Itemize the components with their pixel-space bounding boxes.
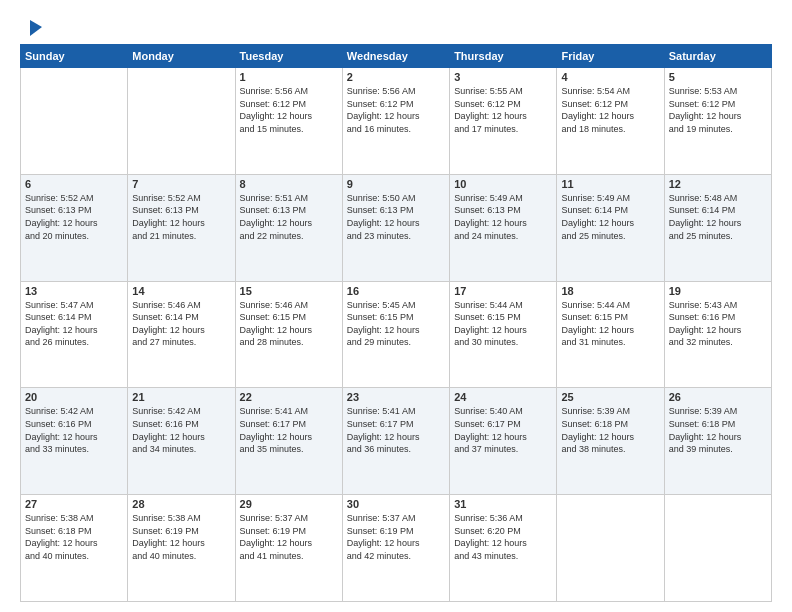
day-number: 22 <box>240 391 338 403</box>
calendar-cell: 10Sunrise: 5:49 AM Sunset: 6:13 PM Dayli… <box>450 174 557 281</box>
day-number: 17 <box>454 285 552 297</box>
day-number: 13 <box>25 285 123 297</box>
day-info: Sunrise: 5:49 AM Sunset: 6:13 PM Dayligh… <box>454 192 552 242</box>
calendar-cell: 1Sunrise: 5:56 AM Sunset: 6:12 PM Daylig… <box>235 68 342 175</box>
day-info: Sunrise: 5:42 AM Sunset: 6:16 PM Dayligh… <box>132 405 230 455</box>
day-number: 6 <box>25 178 123 190</box>
calendar-cell: 7Sunrise: 5:52 AM Sunset: 6:13 PM Daylig… <box>128 174 235 281</box>
day-info: Sunrise: 5:52 AM Sunset: 6:13 PM Dayligh… <box>132 192 230 242</box>
col-header-saturday: Saturday <box>664 45 771 68</box>
day-info: Sunrise: 5:40 AM Sunset: 6:17 PM Dayligh… <box>454 405 552 455</box>
logo <box>20 16 44 38</box>
day-info: Sunrise: 5:44 AM Sunset: 6:15 PM Dayligh… <box>454 299 552 349</box>
calendar-cell: 6Sunrise: 5:52 AM Sunset: 6:13 PM Daylig… <box>21 174 128 281</box>
calendar-cell: 26Sunrise: 5:39 AM Sunset: 6:18 PM Dayli… <box>664 388 771 495</box>
day-number: 2 <box>347 71 445 83</box>
day-number: 7 <box>132 178 230 190</box>
calendar-cell: 31Sunrise: 5:36 AM Sunset: 6:20 PM Dayli… <box>450 495 557 602</box>
calendar-cell: 12Sunrise: 5:48 AM Sunset: 6:14 PM Dayli… <box>664 174 771 281</box>
day-number: 19 <box>669 285 767 297</box>
day-info: Sunrise: 5:49 AM Sunset: 6:14 PM Dayligh… <box>561 192 659 242</box>
calendar-cell: 23Sunrise: 5:41 AM Sunset: 6:17 PM Dayli… <box>342 388 449 495</box>
day-info: Sunrise: 5:42 AM Sunset: 6:16 PM Dayligh… <box>25 405 123 455</box>
day-info: Sunrise: 5:38 AM Sunset: 6:18 PM Dayligh… <box>25 512 123 562</box>
calendar-cell: 11Sunrise: 5:49 AM Sunset: 6:14 PM Dayli… <box>557 174 664 281</box>
day-number: 18 <box>561 285 659 297</box>
day-number: 27 <box>25 498 123 510</box>
day-info: Sunrise: 5:55 AM Sunset: 6:12 PM Dayligh… <box>454 85 552 135</box>
calendar-header-row: SundayMondayTuesdayWednesdayThursdayFrid… <box>21 45 772 68</box>
calendar-cell: 9Sunrise: 5:50 AM Sunset: 6:13 PM Daylig… <box>342 174 449 281</box>
day-number: 12 <box>669 178 767 190</box>
calendar-cell: 21Sunrise: 5:42 AM Sunset: 6:16 PM Dayli… <box>128 388 235 495</box>
logo-icon <box>22 16 44 38</box>
calendar-week-2: 6Sunrise: 5:52 AM Sunset: 6:13 PM Daylig… <box>21 174 772 281</box>
calendar-cell: 29Sunrise: 5:37 AM Sunset: 6:19 PM Dayli… <box>235 495 342 602</box>
day-info: Sunrise: 5:51 AM Sunset: 6:13 PM Dayligh… <box>240 192 338 242</box>
calendar-cell: 5Sunrise: 5:53 AM Sunset: 6:12 PM Daylig… <box>664 68 771 175</box>
calendar-cell: 18Sunrise: 5:44 AM Sunset: 6:15 PM Dayli… <box>557 281 664 388</box>
day-number: 3 <box>454 71 552 83</box>
day-info: Sunrise: 5:46 AM Sunset: 6:15 PM Dayligh… <box>240 299 338 349</box>
header <box>20 16 772 38</box>
calendar-table: SundayMondayTuesdayWednesdayThursdayFrid… <box>20 44 772 602</box>
day-info: Sunrise: 5:48 AM Sunset: 6:14 PM Dayligh… <box>669 192 767 242</box>
calendar-cell: 30Sunrise: 5:37 AM Sunset: 6:19 PM Dayli… <box>342 495 449 602</box>
calendar-cell: 2Sunrise: 5:56 AM Sunset: 6:12 PM Daylig… <box>342 68 449 175</box>
calendar-cell: 17Sunrise: 5:44 AM Sunset: 6:15 PM Dayli… <box>450 281 557 388</box>
day-number: 31 <box>454 498 552 510</box>
day-info: Sunrise: 5:39 AM Sunset: 6:18 PM Dayligh… <box>669 405 767 455</box>
col-header-thursday: Thursday <box>450 45 557 68</box>
calendar-cell: 14Sunrise: 5:46 AM Sunset: 6:14 PM Dayli… <box>128 281 235 388</box>
day-info: Sunrise: 5:47 AM Sunset: 6:14 PM Dayligh… <box>25 299 123 349</box>
calendar-cell <box>21 68 128 175</box>
day-info: Sunrise: 5:41 AM Sunset: 6:17 PM Dayligh… <box>240 405 338 455</box>
calendar-cell: 3Sunrise: 5:55 AM Sunset: 6:12 PM Daylig… <box>450 68 557 175</box>
col-header-friday: Friday <box>557 45 664 68</box>
day-info: Sunrise: 5:45 AM Sunset: 6:15 PM Dayligh… <box>347 299 445 349</box>
day-info: Sunrise: 5:53 AM Sunset: 6:12 PM Dayligh… <box>669 85 767 135</box>
day-info: Sunrise: 5:38 AM Sunset: 6:19 PM Dayligh… <box>132 512 230 562</box>
calendar-cell: 20Sunrise: 5:42 AM Sunset: 6:16 PM Dayli… <box>21 388 128 495</box>
calendar-cell <box>128 68 235 175</box>
day-number: 25 <box>561 391 659 403</box>
calendar-week-3: 13Sunrise: 5:47 AM Sunset: 6:14 PM Dayli… <box>21 281 772 388</box>
day-number: 9 <box>347 178 445 190</box>
calendar-cell: 24Sunrise: 5:40 AM Sunset: 6:17 PM Dayli… <box>450 388 557 495</box>
day-info: Sunrise: 5:56 AM Sunset: 6:12 PM Dayligh… <box>347 85 445 135</box>
calendar-cell: 16Sunrise: 5:45 AM Sunset: 6:15 PM Dayli… <box>342 281 449 388</box>
calendar-cell: 4Sunrise: 5:54 AM Sunset: 6:12 PM Daylig… <box>557 68 664 175</box>
calendar-week-5: 27Sunrise: 5:38 AM Sunset: 6:18 PM Dayli… <box>21 495 772 602</box>
calendar-cell: 25Sunrise: 5:39 AM Sunset: 6:18 PM Dayli… <box>557 388 664 495</box>
day-number: 21 <box>132 391 230 403</box>
day-number: 11 <box>561 178 659 190</box>
day-number: 23 <box>347 391 445 403</box>
col-header-tuesday: Tuesday <box>235 45 342 68</box>
day-info: Sunrise: 5:39 AM Sunset: 6:18 PM Dayligh… <box>561 405 659 455</box>
calendar-week-4: 20Sunrise: 5:42 AM Sunset: 6:16 PM Dayli… <box>21 388 772 495</box>
day-number: 24 <box>454 391 552 403</box>
day-number: 8 <box>240 178 338 190</box>
day-number: 16 <box>347 285 445 297</box>
day-info: Sunrise: 5:54 AM Sunset: 6:12 PM Dayligh… <box>561 85 659 135</box>
day-number: 5 <box>669 71 767 83</box>
day-number: 28 <box>132 498 230 510</box>
day-info: Sunrise: 5:52 AM Sunset: 6:13 PM Dayligh… <box>25 192 123 242</box>
day-number: 29 <box>240 498 338 510</box>
day-number: 20 <box>25 391 123 403</box>
calendar-cell: 28Sunrise: 5:38 AM Sunset: 6:19 PM Dayli… <box>128 495 235 602</box>
day-number: 1 <box>240 71 338 83</box>
calendar-week-1: 1Sunrise: 5:56 AM Sunset: 6:12 PM Daylig… <box>21 68 772 175</box>
day-number: 26 <box>669 391 767 403</box>
day-number: 14 <box>132 285 230 297</box>
page: SundayMondayTuesdayWednesdayThursdayFrid… <box>0 0 792 612</box>
col-header-monday: Monday <box>128 45 235 68</box>
day-number: 15 <box>240 285 338 297</box>
day-info: Sunrise: 5:37 AM Sunset: 6:19 PM Dayligh… <box>347 512 445 562</box>
day-info: Sunrise: 5:36 AM Sunset: 6:20 PM Dayligh… <box>454 512 552 562</box>
calendar-cell: 22Sunrise: 5:41 AM Sunset: 6:17 PM Dayli… <box>235 388 342 495</box>
calendar-cell: 8Sunrise: 5:51 AM Sunset: 6:13 PM Daylig… <box>235 174 342 281</box>
day-info: Sunrise: 5:46 AM Sunset: 6:14 PM Dayligh… <box>132 299 230 349</box>
calendar-cell: 19Sunrise: 5:43 AM Sunset: 6:16 PM Dayli… <box>664 281 771 388</box>
day-info: Sunrise: 5:41 AM Sunset: 6:17 PM Dayligh… <box>347 405 445 455</box>
